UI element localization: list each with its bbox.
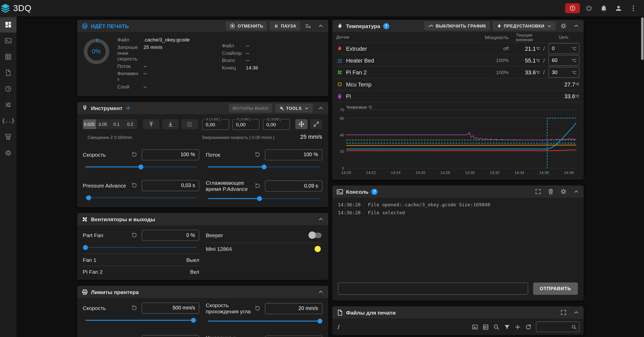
pi-fan2-target-input[interactable] — [548, 69, 570, 75]
z-step-0025[interactable]: 0.025 — [83, 119, 96, 129]
z-step-02[interactable]: 0.2 — [123, 119, 137, 129]
move-cross-toggle-button[interactable] — [295, 119, 307, 129]
slider-thumb[interactable] — [86, 195, 91, 200]
help-icon[interactable]: ? — [371, 189, 378, 195]
collapse-panel-button[interactable] — [316, 21, 325, 31]
scrollbar-thumb[interactable] — [641, 17, 644, 60]
files-fullscreen-button[interactable] — [558, 307, 568, 317]
notifications-button[interactable] — [598, 3, 610, 14]
console-command-input[interactable] — [338, 282, 528, 295]
files-filter-button[interactable] — [502, 322, 512, 332]
smooth-time-input[interactable] — [265, 180, 322, 191]
pause-print-button[interactable]: ПАУЗА — [270, 21, 300, 30]
pressure-advance-slider[interactable] — [83, 195, 199, 201]
limit-scv-input[interactable] — [265, 303, 322, 314]
slider-thumb[interactable] — [317, 319, 322, 324]
speed-factor-input[interactable] — [142, 149, 199, 160]
limit-scv-slider[interactable] — [206, 318, 322, 324]
flow-factor-slider[interactable] — [206, 164, 322, 170]
temp-row-extruder[interactable]: Extruder off 21.1°C / °C — [332, 43, 583, 55]
z-offset-down-button[interactable] — [162, 119, 178, 129]
collapse-panel-button[interactable] — [571, 307, 581, 317]
files-search-input[interactable] — [536, 324, 571, 330]
heater-bed-target-input[interactable] — [548, 58, 570, 63]
console-send-button[interactable]: ОТПРАВИТЬ — [533, 282, 578, 295]
sidebar-item-dashboard[interactable] — [0, 16, 16, 32]
sidebar-item-console[interactable] — [0, 32, 16, 48]
current-path[interactable]: / — [338, 323, 340, 330]
files-search-field — [536, 322, 579, 332]
sidebar-item-printer[interactable] — [0, 129, 16, 145]
console-settings-button[interactable] — [558, 187, 568, 197]
limit-accel-input[interactable] — [142, 335, 199, 337]
z-offset-up-button[interactable] — [143, 119, 159, 129]
move-diagonal-toggle-button[interactable] — [310, 119, 322, 129]
z-offset-save-button[interactable] — [181, 119, 198, 129]
sidebar-item-machine[interactable]: {..} — [0, 113, 16, 129]
position-z-input[interactable] — [263, 122, 289, 127]
reset-velocity-button[interactable] — [130, 304, 139, 312]
power-button[interactable] — [583, 3, 595, 14]
reset-scv-button[interactable] — [253, 304, 261, 313]
collapse-panel-button[interactable] — [316, 214, 325, 224]
exclude-object-button[interactable] — [303, 21, 313, 31]
sidebar-item-gcode-files[interactable] — [0, 65, 16, 81]
reset-speed-button[interactable] — [130, 150, 139, 159]
limit-velocity-slider[interactable] — [83, 317, 199, 323]
sidebar-item-settings[interactable] — [0, 145, 16, 161]
slider-thumb[interactable] — [191, 318, 196, 323]
neopixel-color-dot[interactable] — [314, 246, 320, 252]
z-step-01[interactable]: 0.1 — [110, 119, 124, 129]
temperature-settings-button[interactable] — [558, 21, 568, 31]
speed-factor-slider[interactable] — [83, 164, 199, 170]
thumbnails-toggle-button[interactable] — [470, 322, 480, 332]
part-fan-slider[interactable] — [83, 245, 199, 250]
reset-pa-button[interactable] — [130, 181, 139, 190]
reset-smooth-time-button[interactable] — [253, 182, 261, 190]
toggle-chart-button[interactable]: ВЫКЛЮЧИТЬ ГРАФИК — [424, 21, 490, 30]
raspberry-pi-icon — [336, 93, 343, 100]
beeper-toggle[interactable] — [309, 233, 321, 238]
list-view-button[interactable] — [481, 322, 491, 332]
z-step-005[interactable]: 0.05 — [96, 119, 110, 129]
tools-dropdown-button[interactable]: TOOLS — [275, 104, 313, 113]
collapse-panel-button[interactable] — [316, 103, 325, 113]
print-progress-value: 0% — [84, 39, 109, 64]
limit-decel-input[interactable] — [265, 335, 322, 337]
flow-factor-input[interactable] — [265, 149, 322, 160]
cancel-print-button[interactable]: ОТМЕНИТЬ — [226, 21, 267, 30]
menu-button[interactable] — [628, 3, 639, 14]
files-refresh-button[interactable] — [523, 322, 533, 332]
files-search-button[interactable] — [491, 322, 501, 332]
position-y-input[interactable] — [233, 122, 259, 127]
account-button[interactable] — [613, 3, 624, 14]
collapse-panel-button[interactable] — [571, 21, 581, 31]
part-fan-input[interactable] — [142, 230, 199, 241]
reset-part-fan-button[interactable] — [130, 231, 139, 239]
help-icon[interactable]: ? — [383, 23, 389, 29]
temp-row-heater-bed[interactable]: Heater Bed 100% 55.1°C / °C — [332, 55, 583, 67]
extruder-target-input[interactable] — [548, 46, 570, 51]
pressure-advance-input[interactable] — [142, 180, 199, 191]
motors-off-button[interactable]: МОТОРЫ ВЫКЛ — [229, 104, 272, 113]
smooth-time-slider[interactable] — [206, 196, 322, 201]
slider-thumb[interactable] — [83, 245, 88, 250]
slider-thumb[interactable] — [257, 196, 262, 201]
position-x-input[interactable] — [202, 122, 228, 127]
files-add-button[interactable] — [513, 322, 522, 332]
sidebar-item-heightmap[interactable] — [0, 49, 16, 65]
slider-thumb[interactable] — [262, 164, 266, 169]
sidebar-item-tune[interactable] — [0, 97, 16, 113]
reset-flow-button[interactable] — [253, 150, 261, 159]
slider-thumb[interactable] — [139, 164, 143, 169]
presets-dropdown-button[interactable]: ПРЕДУСТАНОВКИ — [493, 21, 555, 30]
emergency-stop-button[interactable] — [565, 3, 580, 13]
collapse-panel-button[interactable] — [316, 287, 325, 297]
sidebar-item-history[interactable] — [0, 81, 16, 96]
limit-velocity-input[interactable] — [142, 302, 199, 313]
console-clear-button[interactable] — [546, 187, 555, 197]
gear-icon — [560, 23, 567, 29]
collapse-panel-button[interactable] — [571, 187, 581, 197]
temp-row-pi-fan2[interactable]: Pi Fan 2 100% 33.6°C / °C — [332, 67, 583, 78]
console-fullscreen-button[interactable] — [533, 187, 543, 197]
